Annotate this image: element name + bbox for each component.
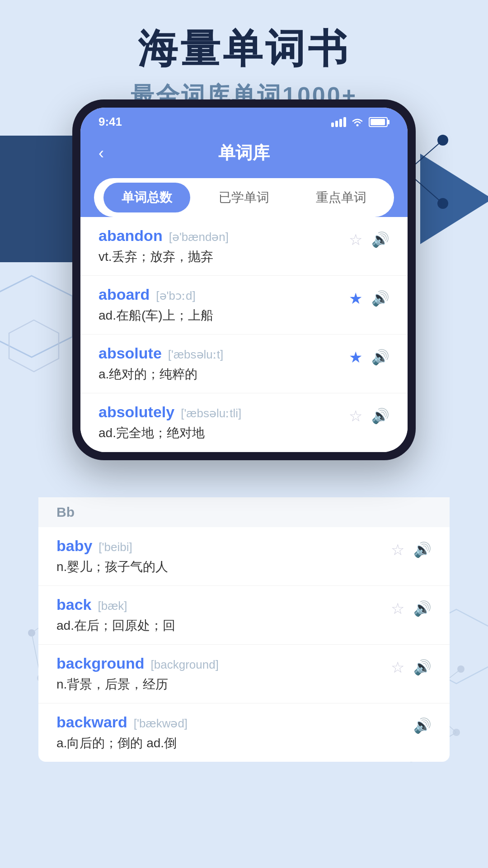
word-content-baby: baby ['beibi] n.婴儿；孩子气的人 — [56, 537, 382, 576]
section-header-bb: Bb — [38, 497, 450, 527]
word-content-absolutely: absolutely ['æbsəluːtli] ad.完全地；绝对地 — [99, 403, 340, 442]
word-meaning-back: ad.在后；回原处；回 — [56, 617, 382, 634]
word-actions-abandon: ☆ 🔊 — [349, 227, 389, 249]
deco-hex-left2 — [5, 316, 63, 375]
word-header-baby: baby ['beibi] — [56, 537, 382, 555]
wifi-icon — [351, 117, 364, 127]
word-meaning-aboard: ad.在船(车)上；上船 — [99, 307, 340, 324]
word-english-aboard: aboard — [99, 286, 150, 303]
word-header-absolutely: absolutely ['æbsəluːtli] — [99, 403, 340, 421]
phone-frame: 9:41 — [72, 99, 416, 460]
word-item-absolute: absolute ['æbsəluːt] a.绝对的；纯粹的 ★ 🔊 — [80, 335, 408, 393]
status-bar: 9:41 — [80, 108, 408, 133]
svg-marker-6 — [9, 320, 59, 372]
phone-screen: 9:41 — [80, 108, 408, 452]
word-english-back: back — [56, 596, 92, 613]
svg-point-7 — [28, 629, 35, 637]
word-content-abandon: abandon [ə'bændən] vt.丢弃；放弃，抛弃 — [99, 227, 340, 265]
star-absolute[interactable]: ★ — [349, 348, 362, 366]
word-meaning-backward: a.向后的；倒的 ad.倒 — [56, 735, 404, 752]
sound-backward[interactable]: 🔊 — [413, 717, 432, 734]
word-phonetic-absolute: ['æbsəluːt] — [168, 348, 223, 362]
sound-absolutely[interactable]: 🔊 — [371, 407, 389, 425]
word-header-absolute: absolute ['æbsəluːt] — [99, 344, 340, 362]
svg-point-2 — [437, 198, 448, 209]
word-phonetic-backward: ['bækwəd] — [134, 717, 188, 731]
word-item-backward: backward ['bækwəd] a.向后的；倒的 ad.倒 🔊 — [38, 703, 450, 762]
word-item-back: back [bæk] ad.在后；回原处；回 ☆ 🔊 — [38, 586, 450, 645]
word-header-abandon: abandon [ə'bændən] — [99, 227, 340, 245]
word-item-abandon: abandon [ə'bændən] vt.丢弃；放弃，抛弃 ☆ 🔊 — [80, 217, 408, 276]
tab-bar: 单词总数 已学单词 重点单词 — [94, 178, 394, 217]
word-item-aboard: aboard [ə'bɔːd] ad.在船(车)上；上船 ★ 🔊 — [80, 276, 408, 335]
word-meaning-abandon: vt.丢弃；放弃，抛弃 — [99, 248, 340, 265]
tab-learned-words[interactable]: 已学单词 — [201, 183, 287, 212]
word-meaning-baby: n.婴儿；孩子气的人 — [56, 558, 382, 576]
battery-icon — [369, 117, 389, 127]
word-meaning-absolutely: ad.完全地；绝对地 — [99, 425, 340, 442]
nav-title: 单词库 — [218, 142, 270, 165]
back-button[interactable]: ‹ — [99, 144, 104, 163]
word-phonetic-aboard: [ə'bɔːd] — [156, 289, 195, 303]
word-actions-back: ☆ 🔊 — [391, 596, 432, 618]
star-aboard[interactable]: ★ — [349, 289, 362, 307]
word-header-aboard: aboard [ə'bɔːd] — [99, 286, 340, 303]
word-list-aa: abandon [ə'bændən] vt.丢弃；放弃，抛弃 ☆ 🔊 ab — [80, 217, 408, 452]
deco-hex-left — [0, 271, 77, 362]
word-item-baby: baby ['beibi] n.婴儿；孩子气的人 ☆ 🔊 — [38, 527, 450, 586]
word-english-abandon: abandon — [99, 227, 163, 245]
word-english-baby: baby — [56, 537, 92, 555]
sound-aboard[interactable]: 🔊 — [371, 290, 389, 307]
word-content-background: background [background] n.背景，后景，经历 — [56, 655, 382, 693]
star-absolutely[interactable]: ☆ — [349, 407, 362, 425]
word-meaning-absolute: a.绝对的；纯粹的 — [99, 366, 340, 383]
word-english-absolutely: absolutely — [99, 403, 174, 421]
tab-bar-container: 单词总数 已学单词 重点单词 — [80, 178, 408, 217]
phone-mockup: 9:41 — [72, 99, 416, 460]
word-content-absolute: absolute ['æbsəluːt] a.绝对的；纯粹的 — [99, 344, 340, 383]
word-phonetic-absolutely: ['æbsəluːtli] — [181, 406, 241, 420]
star-abandon[interactable]: ☆ — [349, 231, 362, 249]
sound-back[interactable]: 🔊 — [413, 600, 432, 617]
word-content-backward: backward ['bækwəd] a.向后的；倒的 ad.倒 — [56, 713, 404, 752]
status-icons — [331, 117, 389, 127]
star-back[interactable]: ☆ — [391, 599, 404, 618]
nav-bar: ‹ 单词库 — [80, 133, 408, 178]
word-header-background: background [background] — [56, 655, 382, 672]
sound-abandon[interactable]: 🔊 — [371, 231, 389, 248]
svg-point-16 — [457, 665, 465, 673]
word-actions-aboard: ★ 🔊 — [349, 286, 389, 307]
deco-triangle-right — [420, 154, 488, 244]
word-actions-backward: 🔊 — [413, 713, 432, 734]
word-content-back: back [bæk] ad.在后；回原处；回 — [56, 596, 382, 634]
word-actions-absolute: ★ 🔊 — [349, 344, 389, 366]
word-header-backward: backward ['bækwəd] — [56, 713, 404, 731]
word-meaning-background: n.背景，后景，经历 — [56, 676, 382, 693]
word-english-background: background — [56, 655, 145, 672]
tab-total-words[interactable]: 单词总数 — [103, 183, 190, 212]
word-item-absolutely: absolutely ['æbsəluːtli] ad.完全地；绝对地 ☆ 🔊 — [80, 393, 408, 452]
sound-baby[interactable]: 🔊 — [413, 541, 432, 558]
svg-marker-5 — [0, 276, 72, 357]
svg-point-0 — [437, 135, 448, 146]
word-phonetic-baby: ['beibi] — [99, 540, 132, 554]
sound-background[interactable]: 🔊 — [413, 659, 432, 676]
word-item-background: background [background] n.背景，后景，经历 ☆ 🔊 — [38, 645, 450, 703]
word-header-back: back [bæk] — [56, 596, 382, 613]
star-background[interactable]: ☆ — [391, 658, 404, 676]
status-time: 9:41 — [99, 115, 122, 129]
star-baby[interactable]: ☆ — [391, 541, 404, 559]
word-english-absolute: absolute — [99, 344, 162, 362]
word-actions-absolutely: ☆ 🔊 — [349, 403, 389, 425]
word-actions-baby: ☆ 🔊 — [391, 537, 432, 559]
word-actions-background: ☆ 🔊 — [391, 655, 432, 676]
word-phonetic-back: [bæk] — [98, 599, 127, 613]
svg-point-24 — [357, 124, 359, 126]
word-phonetic-background: [background] — [151, 658, 219, 672]
bottom-word-list: Bb baby ['beibi] n.婴儿；孩子气的人 ☆ 🔊 back [bæ… — [38, 497, 450, 762]
tab-key-words[interactable]: 重点单词 — [298, 183, 385, 212]
word-content-aboard: aboard [ə'bɔːd] ad.在船(车)上；上船 — [99, 286, 340, 324]
main-title: 海量单词书 — [0, 27, 488, 71]
sound-absolute[interactable]: 🔊 — [371, 349, 389, 366]
signal-icon — [331, 117, 346, 127]
